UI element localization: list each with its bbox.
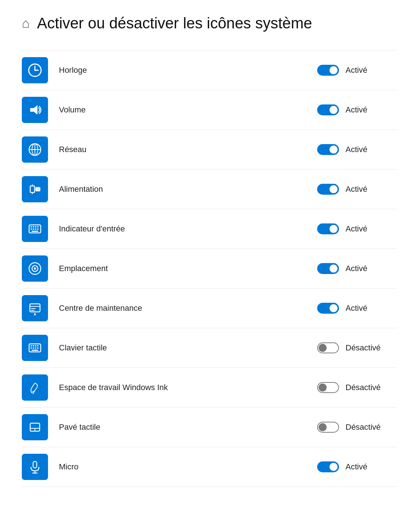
micro-status: Activé [346,462,386,472]
settings-list: HorlogeActivéVolumeActivéRéseauActivéAli… [22,50,397,487]
clavier-tactile-icon [22,335,48,361]
emplacement-toggle-knob [330,265,338,273]
indicateur-entree-toggle-knob [330,225,338,233]
home-icon: ⌂ [22,17,30,30]
reseau-toggle[interactable] [317,144,339,155]
indicateur-entree-label: Indicateur d'entrée [48,224,317,234]
alimentation-toggle-area: Activé [317,184,397,195]
volume-toggle-area: Activé [317,104,397,115]
setting-row-reseau: RéseauActivé [22,130,397,170]
page-title: Activer ou désactiver les icônes système [37,15,312,32]
clavier-tactile-toggle-area: Désactivé [317,342,397,353]
centre-maintenance-toggle[interactable] [317,303,339,314]
centre-maintenance-status: Activé [346,303,386,313]
reseau-label: Réseau [48,145,317,154]
svg-rect-38 [37,348,39,349]
setting-row-clavier-tactile: Clavier tactileDésactivé [22,328,397,368]
svg-rect-9 [35,187,40,191]
svg-rect-33 [35,345,36,346]
clavier-tactile-toggle-knob [319,344,327,352]
svg-rect-17 [31,229,32,230]
volume-label: Volume [48,105,317,115]
windows-ink-icon [22,374,48,401]
pave-tactile-toggle[interactable] [317,422,339,433]
horloge-label: Horloge [48,65,317,75]
centre-maintenance-label: Centre de maintenance [48,303,317,313]
horloge-toggle-area: Activé [317,65,397,76]
pave-tactile-status: Désactivé [346,422,386,432]
svg-rect-21 [32,231,38,232]
reseau-toggle-knob [330,146,338,154]
setting-row-windows-ink: Espace de travail Windows InkDésactivé [22,368,397,408]
emplacement-icon [22,255,48,282]
windows-ink-label: Espace de travail Windows Ink [48,383,317,392]
micro-toggle-area: Activé [317,461,397,472]
micro-icon [22,454,48,480]
setting-row-alimentation: AlimentationActivé [22,170,397,209]
pave-tactile-toggle-area: Désactivé [317,422,397,433]
svg-rect-13 [31,226,32,227]
alimentation-toggle-knob [330,185,338,193]
centre-maintenance-icon [22,295,48,321]
alimentation-label: Alimentation [48,184,317,194]
emplacement-status: Activé [346,264,386,273]
svg-rect-36 [33,348,34,349]
centre-maintenance-toggle-area: Activé [317,303,397,314]
windows-ink-toggle[interactable] [317,382,339,393]
windows-ink-status: Désactivé [346,383,386,392]
volume-status: Activé [346,105,386,115]
svg-rect-8 [30,186,35,192]
svg-rect-14 [33,226,34,227]
indicateur-entree-status: Activé [346,224,386,234]
pave-tactile-label: Pavé tactile [48,422,317,432]
indicateur-entree-icon [22,216,48,242]
clavier-tactile-label: Clavier tactile [48,343,317,353]
svg-rect-35 [31,348,32,349]
svg-rect-39 [32,350,38,351]
centre-maintenance-toggle-knob [330,304,338,312]
horloge-icon [22,57,48,83]
micro-toggle-knob [330,463,338,471]
reseau-icon [22,136,48,163]
setting-row-micro: MicroActivé [22,447,397,487]
setting-row-pave-tactile: Pavé tactileDésactivé [22,408,397,447]
svg-rect-37 [35,348,36,349]
svg-rect-31 [31,345,32,346]
page-header: ⌂ Activer ou désactiver les icônes systè… [22,15,397,32]
setting-row-emplacement: EmplacementActivé [22,249,397,289]
svg-rect-19 [35,229,36,230]
svg-rect-32 [33,345,34,346]
alimentation-status: Activé [346,184,386,194]
indicateur-entree-toggle[interactable] [317,223,339,234]
svg-point-24 [34,267,36,270]
emplacement-toggle[interactable] [317,263,339,274]
svg-rect-34 [37,345,39,346]
clavier-tactile-status: Désactivé [346,343,386,353]
emplacement-label: Emplacement [48,264,317,273]
micro-label: Micro [48,462,317,472]
windows-ink-toggle-knob [319,384,327,392]
clavier-tactile-toggle[interactable] [317,342,339,353]
svg-rect-20 [37,229,39,230]
alimentation-icon [22,176,48,202]
windows-ink-toggle-area: Désactivé [317,382,397,393]
setting-row-centre-maintenance: Centre de maintenanceActivé [22,289,397,328]
emplacement-toggle-area: Activé [317,263,397,274]
horloge-status: Activé [346,65,386,75]
micro-toggle[interactable] [317,461,339,472]
horloge-toggle-knob [330,66,338,74]
pave-tactile-icon [22,414,48,440]
svg-rect-16 [37,226,39,227]
alimentation-toggle[interactable] [317,184,339,195]
svg-marker-3 [30,105,37,115]
svg-rect-18 [33,229,34,230]
volume-icon [22,97,48,123]
setting-row-indicateur-entree: Indicateur d'entréeActivé [22,209,397,249]
svg-rect-15 [35,226,36,227]
reseau-toggle-area: Activé [317,144,397,155]
horloge-toggle[interactable] [317,65,339,76]
svg-rect-44 [33,461,37,468]
volume-toggle[interactable] [317,104,339,115]
setting-row-volume: VolumeActivé [22,90,397,130]
reseau-status: Activé [346,145,386,154]
